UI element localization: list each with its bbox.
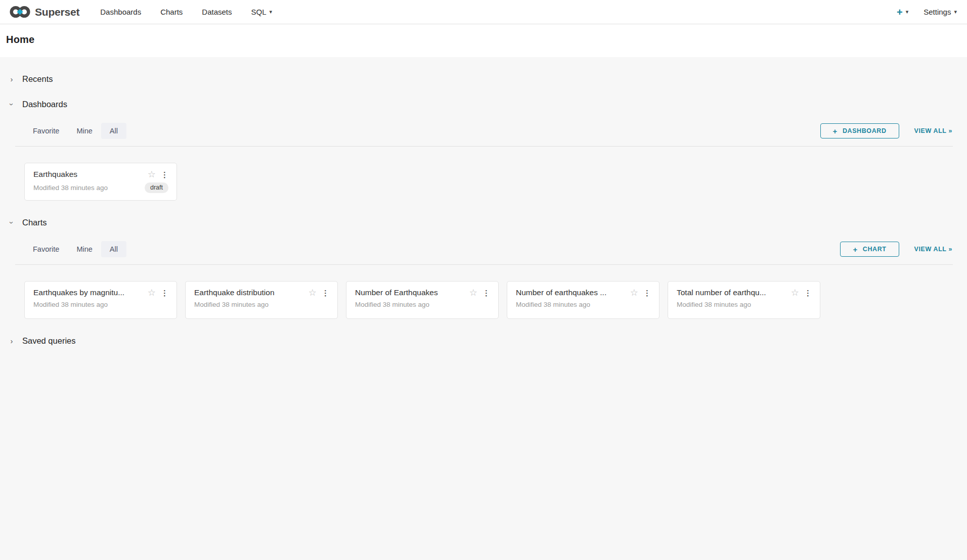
nav-item-dashboards[interactable]: Dashboards [91, 0, 151, 24]
page-header: Home [0, 24, 967, 57]
favorite-star-icon[interactable]: ☆ [469, 288, 477, 297]
dashboards-submenu: Favorite Mine All + Dashboard View All » [0, 123, 967, 139]
page-title: Home [6, 34, 961, 45]
nav-item-charts[interactable]: Charts [151, 0, 192, 24]
new-chart-button-label: Chart [863, 246, 887, 253]
tab-mine[interactable]: Mine [68, 123, 101, 139]
chart-card-number-of-earthquakes-2[interactable]: Number of earthquakes ... ☆ ⋮ Modified 3… [507, 281, 660, 319]
kebab-menu-icon[interactable]: ⋮ [161, 171, 168, 178]
chevron-down-icon: › [8, 101, 16, 107]
dashboards-section-toggle[interactable]: › Dashboards [0, 98, 967, 111]
divider [15, 264, 953, 265]
favorite-star-icon[interactable]: ☆ [791, 288, 799, 297]
tab-all[interactable]: All [101, 241, 126, 257]
card-modified-text: Modified 38 minutes ago [355, 301, 429, 308]
section-dashboards: › Dashboards Favorite Mine All + Dashboa… [0, 98, 967, 201]
section-title: Saved queries [22, 336, 76, 346]
chevron-down-icon: › [8, 219, 16, 225]
nav-item-label: SQL [251, 8, 267, 16]
card-title: Number of Earthquakes [355, 288, 465, 297]
card-modified-text: Modified 38 minutes ago [677, 301, 751, 308]
card-modified-text: Modified 38 minutes ago [516, 301, 590, 308]
chart-card-earthquake-distribution[interactable]: Earthquake distribution ☆ ⋮ Modified 38 … [185, 281, 338, 319]
caret-down-icon: ▾ [954, 9, 957, 15]
new-dashboard-button-label: Dashboard [843, 127, 887, 134]
section-recents: › Recents [0, 72, 967, 85]
section-title: Charts [22, 218, 47, 227]
settings-menu-button[interactable]: Settings ▾ [924, 8, 957, 16]
section-charts: › Charts Favorite Mine All + Chart View … [0, 216, 967, 319]
new-chart-button[interactable]: + Chart [840, 242, 899, 257]
recents-section-toggle[interactable]: › Recents [0, 72, 967, 85]
section-saved-queries: › Saved queries [0, 334, 967, 347]
chevron-right-icon: › [9, 337, 15, 345]
kebab-menu-icon[interactable]: ⋮ [161, 289, 168, 297]
chart-card-total-number-of-earthquakes[interactable]: Total number of earthqu... ☆ ⋮ Modified … [668, 281, 820, 319]
kebab-menu-icon[interactable]: ⋮ [482, 289, 490, 297]
favorite-star-icon[interactable]: ☆ [148, 170, 156, 179]
new-dashboard-button[interactable]: + Dashboard [820, 123, 899, 138]
card-title: Earthquake distribution [194, 288, 304, 297]
dashboards-view-all-link[interactable]: View All » [914, 127, 952, 134]
favorite-star-icon[interactable]: ☆ [630, 288, 638, 297]
chart-card-earthquakes-by-magnitude[interactable]: Earthquakes by magnitu... ☆ ⋮ Modified 3… [24, 281, 177, 319]
charts-view-all-link[interactable]: View All » [914, 246, 952, 253]
kebab-menu-icon[interactable]: ⋮ [322, 289, 329, 297]
section-title: Dashboards [22, 100, 67, 109]
card-modified-text: Modified 38 minutes ago [33, 184, 108, 192]
nav-item-sql[interactable]: SQL ▾ [242, 0, 282, 24]
top-navbar: Superset Dashboards Charts Datasets SQL … [0, 0, 967, 24]
card-title: Total number of earthqu... [677, 288, 787, 297]
tab-mine[interactable]: Mine [68, 241, 101, 257]
tab-all[interactable]: All [101, 123, 126, 139]
dashboards-tabs: Favorite Mine All [24, 123, 126, 139]
favorite-star-icon[interactable]: ☆ [148, 288, 156, 297]
section-title: Recents [22, 74, 53, 84]
plus-icon: + [897, 7, 903, 17]
chevron-right-icon: › [9, 75, 15, 83]
card-modified-text: Modified 38 minutes ago [194, 301, 269, 308]
plus-icon: + [853, 245, 857, 254]
charts-card-row: Earthquakes by magnitu... ☆ ⋮ Modified 3… [0, 281, 967, 319]
superset-logo-icon [9, 5, 31, 19]
tab-favorite[interactable]: Favorite [24, 241, 68, 257]
navbar-right: + ▾ Settings ▾ [897, 7, 960, 17]
card-title: Earthquakes [33, 170, 144, 179]
dashboards-card-row: Earthquakes ☆ ⋮ Modified 38 minutes ago … [0, 163, 967, 201]
kebab-menu-icon[interactable]: ⋮ [643, 289, 651, 297]
new-item-menu-button[interactable]: + ▾ [897, 7, 908, 17]
nav-item-label: Charts [160, 8, 183, 16]
nav-item-label: Dashboards [100, 8, 141, 16]
card-title: Earthquakes by magnitu... [33, 288, 144, 297]
kebab-menu-icon[interactable]: ⋮ [804, 289, 812, 297]
charts-tabs: Favorite Mine All [24, 241, 126, 257]
nav-item-datasets[interactable]: Datasets [192, 0, 241, 24]
dashboards-submenu-actions: + Dashboard View All » [820, 123, 952, 138]
charts-submenu-actions: + Chart View All » [840, 242, 952, 257]
card-modified-text: Modified 38 minutes ago [33, 301, 108, 308]
draft-status-badge: draft [145, 182, 168, 193]
charts-section-toggle[interactable]: › Charts [0, 216, 967, 229]
settings-label: Settings [924, 8, 951, 16]
nav-item-label: Datasets [202, 8, 232, 16]
caret-down-icon: ▾ [906, 9, 909, 15]
dashboard-card-earthquakes[interactable]: Earthquakes ☆ ⋮ Modified 38 minutes ago … [24, 163, 177, 201]
favorite-star-icon[interactable]: ☆ [309, 288, 317, 297]
superset-brand[interactable]: Superset [9, 5, 79, 19]
plus-icon: + [833, 127, 838, 135]
saved-queries-section-toggle[interactable]: › Saved queries [0, 334, 967, 347]
card-title: Number of earthquakes ... [516, 288, 626, 297]
brand-name: Superset [35, 6, 79, 18]
caret-down-icon: ▾ [270, 9, 273, 15]
nav-links: Dashboards Charts Datasets SQL ▾ [91, 0, 282, 24]
chart-card-number-of-earthquakes[interactable]: Number of Earthquakes ☆ ⋮ Modified 38 mi… [346, 281, 499, 319]
divider [15, 146, 953, 147]
home-content: › Recents › Dashboards Favorite Mine All… [0, 57, 967, 347]
charts-submenu: Favorite Mine All + Chart View All » [0, 241, 967, 257]
tab-favorite[interactable]: Favorite [24, 123, 68, 139]
